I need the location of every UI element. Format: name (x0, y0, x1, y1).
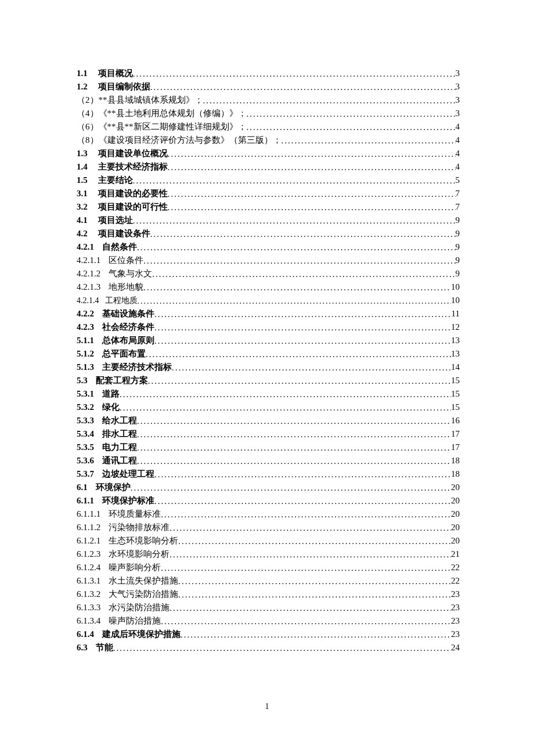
toc-section-number: 1.4 (77, 160, 88, 174)
toc-section-number: 6.1.3.4 (77, 614, 100, 628)
toc-entry: 4.2.1.1区位条件9 (77, 254, 460, 267)
toc-entry: 4.2.1自然条件9 (77, 240, 460, 254)
toc-section-title: 社会经济条件 (102, 321, 154, 334)
toc-section-title: 水污染防治措施 (109, 601, 169, 614)
toc-section-title: 工程地质 (105, 294, 138, 307)
toc-entry: 6.1.3.3水污染防治措施23 (77, 601, 460, 614)
toc-section-number: 4.2.1 (77, 240, 94, 254)
toc-section-title: 节能 (96, 641, 113, 654)
toc-section-title: （2）**县县域城镇体系规划》； (77, 93, 203, 107)
toc-page-number: 12 (451, 321, 460, 334)
toc-entry: 4.2.1.2气象与水文9 (77, 267, 460, 280)
toc-leader-dots (150, 228, 456, 241)
toc-leader-dots (137, 455, 451, 468)
toc-leader-dots (161, 561, 451, 575)
toc-section-number: 1.5 (77, 174, 88, 187)
toc-leader-dots (247, 121, 456, 134)
toc-entry: （2）**县县域城镇体系规划》；3 (77, 93, 460, 107)
toc-page-number: 3 (456, 93, 460, 107)
toc-section-number: 4.2.1.3 (77, 280, 100, 294)
toc-entry: 5.3.1道路15 (77, 387, 460, 401)
toc-page-number: 4 (456, 160, 460, 174)
toc-leader-dots (154, 495, 451, 508)
toc-leader-dots (131, 481, 451, 495)
toc-page-number: 13 (451, 347, 460, 361)
toc-page-number: 20 (451, 481, 460, 494)
toc-section-title: 项目建设条件 (98, 227, 150, 240)
toc-leader-dots (203, 94, 456, 107)
toc-page-number: 20 (451, 494, 460, 507)
toc-section-number: 5.3.4 (77, 427, 94, 441)
toc-page-number: 21 (451, 548, 460, 561)
toc-page-number: 20 (451, 521, 460, 534)
toc-section-number: 5.3.1 (77, 387, 94, 401)
toc-section-title: 水土流失保护措施 (109, 574, 178, 588)
toc-leader-dots (133, 67, 456, 81)
toc-entry: 4.2.3社会经济条件12 (77, 321, 460, 334)
toc-section-title: 主要经济技术指标 (102, 361, 172, 374)
toc-leader-dots (154, 334, 451, 348)
toc-section-number: 6.1.1.2 (77, 521, 100, 534)
toc-entry: 6.1.1.1环境质量标准20 (77, 507, 460, 521)
toc-section-title: 道路 (102, 387, 120, 401)
toc-entry: 4.2.1.4工程地质10 (77, 294, 460, 307)
toc-leader-dots (120, 401, 451, 415)
toc-entry: 5.1.3主要经济技术指标14 (77, 361, 460, 374)
toc-entry: （6）《**县**新区二期修建性详细规划》；4 (77, 120, 460, 134)
toc-section-number: 6.3 (77, 641, 88, 654)
toc-section-title: 项目建设单位概况 (98, 147, 168, 160)
toc-page-number: 9 (456, 214, 460, 227)
toc-page-number: 15 (451, 374, 460, 387)
toc-page-number: 17 (451, 427, 460, 441)
toc-section-title: 总体布局原则 (102, 334, 154, 347)
toc-entry: 3.2项目建设的可行性7 (77, 200, 460, 214)
toc-section-title: 绿化 (102, 401, 120, 414)
toc-entry: （8）《建设项目经济评价方法与参数》（第三版）；4 (77, 134, 460, 147)
toc-page-number: 18 (451, 467, 460, 481)
toc-section-number: 1.2 (77, 80, 88, 93)
toc-section-title: 建成后环境保护措施 (102, 628, 181, 641)
toc-leader-dots (247, 107, 456, 121)
toc-section-title: 环境质量标准 (109, 507, 161, 521)
toc-entry: 4.2项目建设条件9 (77, 227, 460, 240)
toc-leader-dots (150, 81, 456, 94)
toc-entry: 6.1.3.2大气污染防治措施23 (77, 588, 460, 601)
toc-entry: 6.1.3.4噪声防治措施23 (77, 614, 460, 628)
toc-section-title: 生态环境影响分析 (109, 534, 178, 548)
toc-section-title: 环境保护标准 (102, 494, 154, 507)
toc-leader-dots (169, 548, 451, 561)
toc-page-number: 3 (456, 107, 460, 120)
toc-section-number: 5.1.3 (77, 361, 94, 374)
toc-section-title: 大气污染防治措施 (109, 588, 178, 601)
toc-section-title: （8）《建设项目经济评价方法与参数》（第三版）； (77, 134, 282, 147)
toc-page-number: 4 (456, 120, 460, 134)
toc-page-number: 20 (451, 534, 460, 548)
toc-leader-dots (154, 468, 451, 481)
toc-page-number: 15 (451, 401, 460, 414)
toc-section-title: 项目建设的可行性 (98, 200, 168, 214)
toc-section-number: 6.1.1 (77, 494, 94, 507)
toc-section-number: 5.3.3 (77, 414, 94, 427)
toc-page-number: 7 (456, 200, 460, 214)
toc-section-number: 3.1 (77, 187, 88, 200)
toc-entry: 1.4主要技术经济指标4 (77, 160, 460, 174)
toc-section-number: 4.2.1.2 (77, 267, 100, 280)
toc-entry: 5.3配套工程方案15 (77, 374, 460, 387)
toc-page-number: 3 (456, 80, 460, 93)
toc-section-title: 地形地貌 (109, 280, 143, 294)
toc-entry: 6.1.2.3水环境影响分析21 (77, 548, 460, 561)
toc-page-number: 18 (451, 454, 460, 467)
toc-section-title: 环境保护 (96, 481, 131, 494)
toc-leader-dots (168, 147, 456, 161)
toc-entry: 5.3.4排水工程17 (77, 427, 460, 441)
toc-section-title: 边坡处理工程 (102, 467, 154, 481)
toc-section-number: 6.1.3.2 (77, 588, 100, 601)
toc-leader-dots (168, 161, 456, 174)
toc-page-number: 22 (451, 561, 460, 574)
toc-entry: 6.1.1.2污染物排放标准20 (77, 521, 460, 534)
toc-section-title: 项目建设的必要性 (98, 187, 168, 200)
toc-entry: 1.2项目编制依据3 (77, 80, 460, 93)
toc-leader-dots (169, 602, 451, 615)
toc-entry: 1.1项目概况3 (77, 67, 460, 80)
toc-leader-dots (138, 294, 452, 308)
